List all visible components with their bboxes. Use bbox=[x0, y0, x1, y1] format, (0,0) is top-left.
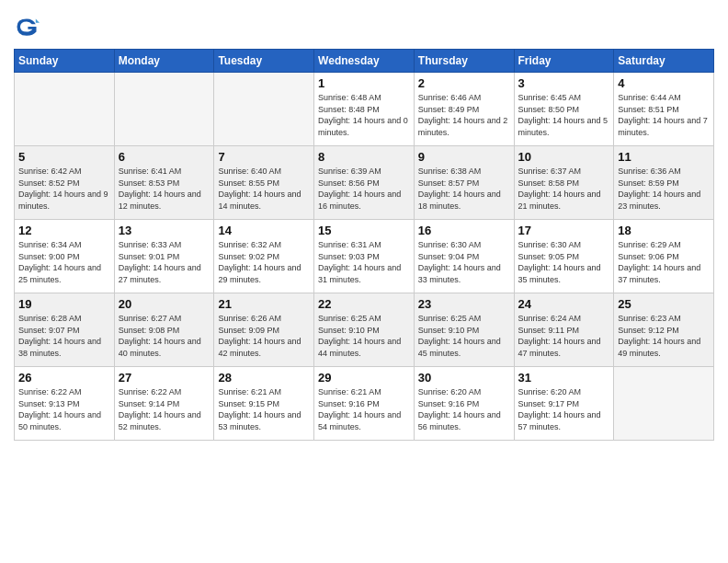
calendar-cell: 2Sunrise: 6:46 AMSunset: 8:49 PMDaylight… bbox=[414, 73, 514, 146]
day-number: 23 bbox=[418, 297, 510, 311]
calendar-cell: 15Sunrise: 6:31 AMSunset: 9:03 PMDayligh… bbox=[314, 220, 415, 293]
day-number: 26 bbox=[18, 371, 110, 385]
day-number: 31 bbox=[518, 371, 610, 385]
day-number: 12 bbox=[18, 224, 110, 237]
cell-info: Sunrise: 6:39 AMSunset: 8:56 PMDaylight:… bbox=[318, 166, 410, 212]
weekday-header-sunday: Sunday bbox=[15, 50, 115, 73]
calendar-cell: 8Sunrise: 6:39 AMSunset: 8:56 PMDaylight… bbox=[314, 146, 415, 220]
cell-info: Sunrise: 6:25 AMSunset: 9:10 PMDaylight:… bbox=[418, 313, 510, 359]
calendar-cell: 9Sunrise: 6:38 AMSunset: 8:57 PMDaylight… bbox=[414, 146, 514, 220]
cell-info: Sunrise: 6:24 AMSunset: 9:11 PMDaylight:… bbox=[518, 313, 610, 359]
cell-info: Sunrise: 6:30 AMSunset: 9:04 PMDaylight:… bbox=[418, 239, 510, 285]
logo-icon bbox=[14, 14, 40, 40]
cell-info: Sunrise: 6:23 AMSunset: 9:12 PMDaylight:… bbox=[618, 313, 710, 359]
cell-info: Sunrise: 6:30 AMSunset: 9:05 PMDaylight:… bbox=[518, 239, 610, 285]
day-number: 24 bbox=[518, 297, 610, 311]
calendar-cell: 4Sunrise: 6:44 AMSunset: 8:51 PMDaylight… bbox=[614, 73, 714, 146]
day-number: 29 bbox=[318, 371, 410, 385]
day-number: 4 bbox=[618, 76, 710, 90]
cell-info: Sunrise: 6:21 AMSunset: 9:16 PMDaylight:… bbox=[318, 386, 410, 432]
day-number: 9 bbox=[418, 150, 510, 164]
cell-info: Sunrise: 6:34 AMSunset: 9:00 PMDaylight:… bbox=[18, 239, 110, 285]
day-number: 3 bbox=[518, 76, 610, 90]
cell-info: Sunrise: 6:21 AMSunset: 9:15 PMDaylight:… bbox=[218, 386, 310, 432]
calendar-cell: 31Sunrise: 6:20 AMSunset: 9:17 PMDayligh… bbox=[514, 367, 614, 441]
day-number: 1 bbox=[318, 76, 410, 90]
cell-info: Sunrise: 6:45 AMSunset: 8:50 PMDaylight:… bbox=[518, 92, 610, 138]
cell-info: Sunrise: 6:22 AMSunset: 9:14 PMDaylight:… bbox=[119, 386, 210, 432]
calendar-cell: 28Sunrise: 6:21 AMSunset: 9:15 PMDayligh… bbox=[214, 367, 314, 441]
calendar-cell: 7Sunrise: 6:40 AMSunset: 8:55 PMDaylight… bbox=[214, 146, 314, 220]
cell-info: Sunrise: 6:32 AMSunset: 9:02 PMDaylight:… bbox=[218, 239, 310, 285]
cell-info: Sunrise: 6:33 AMSunset: 9:01 PMDaylight:… bbox=[119, 239, 210, 285]
calendar-week-1: 1Sunrise: 6:48 AMSunset: 8:48 PMDaylight… bbox=[15, 73, 714, 146]
calendar-week-5: 26Sunrise: 6:22 AMSunset: 9:13 PMDayligh… bbox=[15, 367, 714, 441]
calendar-cell: 13Sunrise: 6:33 AMSunset: 9:01 PMDayligh… bbox=[114, 220, 214, 293]
day-number: 8 bbox=[318, 150, 410, 164]
day-number: 14 bbox=[218, 224, 310, 237]
day-number: 6 bbox=[119, 150, 210, 164]
cell-info: Sunrise: 6:40 AMSunset: 8:55 PMDaylight:… bbox=[218, 166, 310, 212]
cell-info: Sunrise: 6:20 AMSunset: 9:17 PMDaylight:… bbox=[518, 386, 610, 432]
weekday-header-friday: Friday bbox=[514, 50, 614, 73]
day-number: 5 bbox=[18, 150, 110, 164]
calendar-cell: 27Sunrise: 6:22 AMSunset: 9:14 PMDayligh… bbox=[114, 367, 214, 441]
calendar-cell: 14Sunrise: 6:32 AMSunset: 9:02 PMDayligh… bbox=[214, 220, 314, 293]
day-number: 16 bbox=[418, 224, 510, 237]
weekday-header-tuesday: Tuesday bbox=[214, 50, 314, 73]
calendar-cell: 21Sunrise: 6:26 AMSunset: 9:09 PMDayligh… bbox=[214, 293, 314, 367]
day-number: 20 bbox=[119, 297, 210, 311]
weekday-header-monday: Monday bbox=[114, 50, 214, 73]
calendar-cell: 5Sunrise: 6:42 AMSunset: 8:52 PMDaylight… bbox=[15, 146, 115, 220]
calendar-week-3: 12Sunrise: 6:34 AMSunset: 9:00 PMDayligh… bbox=[15, 220, 714, 293]
calendar-cell: 17Sunrise: 6:30 AMSunset: 9:05 PMDayligh… bbox=[514, 220, 614, 293]
cell-info: Sunrise: 6:41 AMSunset: 8:53 PMDaylight:… bbox=[119, 166, 210, 212]
logo bbox=[14, 14, 43, 40]
cell-info: Sunrise: 6:29 AMSunset: 9:06 PMDaylight:… bbox=[618, 239, 710, 285]
calendar-cell: 23Sunrise: 6:25 AMSunset: 9:10 PMDayligh… bbox=[414, 293, 514, 367]
page-header bbox=[14, 14, 714, 40]
calendar-cell: 6Sunrise: 6:41 AMSunset: 8:53 PMDaylight… bbox=[114, 146, 214, 220]
calendar-cell: 29Sunrise: 6:21 AMSunset: 9:16 PMDayligh… bbox=[314, 367, 415, 441]
day-number: 28 bbox=[218, 371, 310, 385]
calendar-cell: 24Sunrise: 6:24 AMSunset: 9:11 PMDayligh… bbox=[514, 293, 614, 367]
calendar-cell: 10Sunrise: 6:37 AMSunset: 8:58 PMDayligh… bbox=[514, 146, 614, 220]
day-number: 22 bbox=[318, 297, 410, 311]
day-number: 10 bbox=[518, 150, 610, 164]
weekday-header-thursday: Thursday bbox=[414, 50, 514, 73]
day-number: 17 bbox=[518, 224, 610, 237]
day-number: 18 bbox=[618, 224, 710, 237]
day-number: 25 bbox=[618, 297, 710, 311]
day-number: 13 bbox=[119, 224, 210, 237]
day-number: 27 bbox=[119, 371, 210, 385]
cell-info: Sunrise: 6:36 AMSunset: 8:59 PMDaylight:… bbox=[618, 166, 710, 212]
cell-info: Sunrise: 6:46 AMSunset: 8:49 PMDaylight:… bbox=[418, 92, 510, 138]
cell-info: Sunrise: 6:28 AMSunset: 9:07 PMDaylight:… bbox=[18, 313, 110, 359]
calendar-cell: 19Sunrise: 6:28 AMSunset: 9:07 PMDayligh… bbox=[15, 293, 115, 367]
cell-info: Sunrise: 6:22 AMSunset: 9:13 PMDaylight:… bbox=[18, 386, 110, 432]
weekday-header-wednesday: Wednesday bbox=[314, 50, 415, 73]
cell-info: Sunrise: 6:44 AMSunset: 8:51 PMDaylight:… bbox=[618, 92, 710, 138]
day-number: 15 bbox=[318, 224, 410, 237]
calendar-cell: 20Sunrise: 6:27 AMSunset: 9:08 PMDayligh… bbox=[114, 293, 214, 367]
weekday-header-saturday: Saturday bbox=[614, 50, 714, 73]
calendar-cell bbox=[114, 73, 214, 146]
cell-info: Sunrise: 6:37 AMSunset: 8:58 PMDaylight:… bbox=[518, 166, 610, 212]
weekday-header-row: SundayMondayTuesdayWednesdayThursdayFrid… bbox=[15, 50, 714, 73]
calendar-cell: 26Sunrise: 6:22 AMSunset: 9:13 PMDayligh… bbox=[15, 367, 115, 441]
day-number: 19 bbox=[18, 297, 110, 311]
calendar-cell bbox=[15, 73, 115, 146]
calendar-cell bbox=[614, 367, 714, 441]
cell-info: Sunrise: 6:25 AMSunset: 9:10 PMDaylight:… bbox=[318, 313, 410, 359]
calendar-cell: 16Sunrise: 6:30 AMSunset: 9:04 PMDayligh… bbox=[414, 220, 514, 293]
calendar-cell: 1Sunrise: 6:48 AMSunset: 8:48 PMDaylight… bbox=[314, 73, 415, 146]
cell-info: Sunrise: 6:38 AMSunset: 8:57 PMDaylight:… bbox=[418, 166, 510, 212]
cell-info: Sunrise: 6:20 AMSunset: 9:16 PMDaylight:… bbox=[418, 386, 510, 432]
day-number: 7 bbox=[218, 150, 310, 164]
cell-info: Sunrise: 6:42 AMSunset: 8:52 PMDaylight:… bbox=[18, 166, 110, 212]
calendar-cell: 11Sunrise: 6:36 AMSunset: 8:59 PMDayligh… bbox=[614, 146, 714, 220]
calendar-cell: 3Sunrise: 6:45 AMSunset: 8:50 PMDaylight… bbox=[514, 73, 614, 146]
day-number: 2 bbox=[418, 76, 510, 90]
calendar-table: SundayMondayTuesdayWednesdayThursdayFrid… bbox=[14, 49, 714, 441]
calendar-cell: 12Sunrise: 6:34 AMSunset: 9:00 PMDayligh… bbox=[15, 220, 115, 293]
